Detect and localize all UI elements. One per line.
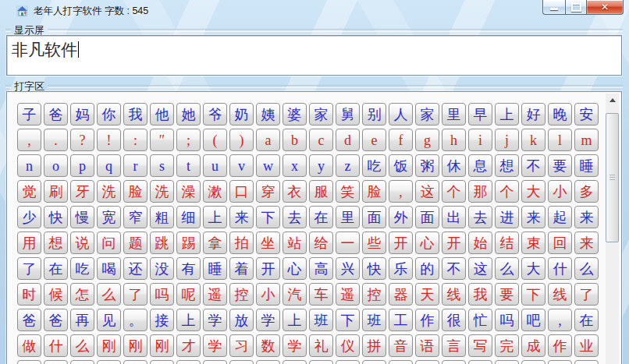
key-button[interactable] bbox=[256, 360, 280, 364]
key-button[interactable] bbox=[176, 360, 201, 364]
key-button[interactable]: p bbox=[70, 154, 94, 177]
key-button[interactable]: 早 bbox=[468, 103, 492, 125]
key-button[interactable]: 作 bbox=[415, 309, 439, 331]
key-button[interactable] bbox=[44, 360, 68, 364]
key-button[interactable]: 仪 bbox=[336, 334, 360, 357]
key-button[interactable]: 去 bbox=[468, 206, 492, 228]
key-button[interactable]: 在 bbox=[574, 309, 599, 331]
key-button[interactable]: 始 bbox=[468, 231, 492, 254]
key-button[interactable]: ! bbox=[97, 129, 121, 151]
title-bar[interactable]: 老年人打字软件 字数 : 545 bbox=[0, 0, 629, 22]
scroll-up-button[interactable] bbox=[606, 94, 619, 106]
key-button[interactable]: 起 bbox=[548, 206, 572, 228]
key-button[interactable]: 学 bbox=[203, 334, 227, 357]
key-button[interactable]: 多 bbox=[574, 180, 599, 203]
key-button[interactable]: 你 bbox=[97, 103, 121, 125]
key-button[interactable]: ? bbox=[70, 129, 94, 151]
key-button[interactable]: 汽 bbox=[283, 283, 307, 306]
key-button[interactable]: 慢 bbox=[70, 206, 94, 228]
close-button[interactable]: ✕ bbox=[586, 0, 624, 15]
key-button[interactable]: h bbox=[442, 129, 466, 151]
key-button[interactable]: 宽 bbox=[97, 206, 121, 228]
key-button[interactable]: 服 bbox=[309, 180, 333, 203]
key-button[interactable]: 大 bbox=[521, 257, 545, 280]
key-button[interactable]: 开 bbox=[389, 231, 413, 254]
key-button[interactable]: 站 bbox=[283, 231, 307, 254]
key-button[interactable]: 些 bbox=[362, 231, 386, 254]
key-button[interactable]: 澡 bbox=[176, 180, 201, 203]
key-button[interactable]: 器 bbox=[389, 283, 413, 306]
key-button[interactable]: m bbox=[574, 129, 599, 151]
key-button[interactable]: 个 bbox=[442, 180, 466, 203]
key-button[interactable]: 面 bbox=[415, 206, 439, 228]
key-button[interactable]: 不 bbox=[442, 257, 466, 280]
key-button[interactable]: 音 bbox=[389, 334, 413, 357]
key-button[interactable] bbox=[203, 360, 227, 364]
key-button[interactable]: 粥 bbox=[415, 154, 439, 177]
key-button[interactable]: 成 bbox=[521, 334, 545, 357]
key-button[interactable]: 班 bbox=[362, 309, 386, 331]
key-button[interactable]: x bbox=[283, 154, 307, 177]
key-button[interactable]: o bbox=[44, 154, 68, 177]
key-button[interactable]: 作 bbox=[548, 334, 572, 357]
key-button[interactable]: 衣 bbox=[283, 180, 307, 203]
key-button[interactable]: 踢 bbox=[176, 231, 201, 254]
key-button[interactable] bbox=[415, 360, 439, 364]
key-button[interactable]: 快 bbox=[362, 257, 386, 280]
key-button[interactable]: 觉 bbox=[17, 180, 41, 203]
key-button[interactable]: 。 bbox=[123, 309, 147, 331]
key-button[interactable]: 完 bbox=[495, 334, 519, 357]
key-button[interactable]: 语 bbox=[415, 334, 439, 357]
key-button[interactable]: w bbox=[256, 154, 280, 177]
key-button[interactable]: 了 bbox=[123, 283, 147, 306]
key-button[interactable]: 什 bbox=[44, 334, 68, 357]
key-button[interactable]: 刷 bbox=[44, 180, 68, 203]
key-button[interactable]: 面 bbox=[362, 206, 386, 228]
key-button[interactable]: 穿 bbox=[256, 180, 280, 203]
maximize-button[interactable] bbox=[565, 0, 586, 15]
key-button[interactable] bbox=[548, 360, 572, 364]
minimize-button[interactable] bbox=[542, 0, 565, 15]
key-button[interactable]: 控 bbox=[362, 283, 386, 306]
key-button[interactable]: 里 bbox=[336, 206, 360, 228]
key-button[interactable]: 束 bbox=[521, 231, 545, 254]
key-button[interactable]: 心 bbox=[415, 231, 439, 254]
key-button[interactable]: 睡 bbox=[203, 257, 227, 280]
key-button[interactable]: 车 bbox=[309, 283, 333, 306]
key-button[interactable]: 想 bbox=[495, 154, 519, 177]
key-button[interactable]: n bbox=[17, 154, 41, 177]
key-button[interactable]: 候 bbox=[44, 283, 68, 306]
key-button[interactable]: 姨 bbox=[256, 103, 280, 125]
key-button[interactable]: 见 bbox=[97, 309, 121, 331]
key-button[interactable]: 窄 bbox=[123, 206, 147, 228]
key-button[interactable]: 息 bbox=[468, 154, 492, 177]
key-button[interactable]: 脸 bbox=[362, 180, 386, 203]
key-button[interactable]: 我 bbox=[123, 103, 147, 125]
key-button[interactable]: 心 bbox=[283, 257, 307, 280]
key-button[interactable]: 这 bbox=[468, 257, 492, 280]
key-button[interactable] bbox=[389, 360, 413, 364]
key-button[interactable]: z bbox=[336, 154, 360, 177]
key-button[interactable]: ( bbox=[203, 129, 227, 151]
key-button[interactable]: 要 bbox=[548, 154, 572, 177]
key-button[interactable]: 有 bbox=[176, 257, 201, 280]
key-button[interactable] bbox=[362, 360, 386, 364]
key-button[interactable] bbox=[17, 360, 41, 364]
key-button[interactable]: 跳 bbox=[150, 231, 174, 254]
vertical-scrollbar[interactable] bbox=[606, 94, 619, 364]
key-button[interactable]: 粗 bbox=[150, 206, 174, 228]
key-button[interactable]: i bbox=[468, 129, 492, 151]
key-button[interactable]: 牙 bbox=[70, 180, 94, 203]
key-button[interactable]: 用 bbox=[17, 231, 41, 254]
key-button[interactable]: 拍 bbox=[229, 231, 254, 254]
key-button[interactable]: 礼 bbox=[309, 334, 333, 357]
key-button[interactable]: 奶 bbox=[229, 103, 254, 125]
key-button[interactable]: 呢 bbox=[176, 283, 201, 306]
key-button[interactable]: 小 bbox=[548, 180, 572, 203]
key-button[interactable]: k bbox=[521, 129, 545, 151]
key-button[interactable]: e bbox=[362, 129, 386, 151]
key-button[interactable]: 爸 bbox=[44, 103, 68, 125]
key-button[interactable] bbox=[123, 360, 147, 364]
key-button[interactable]: 出 bbox=[442, 206, 466, 228]
key-button[interactable]: 爷 bbox=[203, 103, 227, 125]
